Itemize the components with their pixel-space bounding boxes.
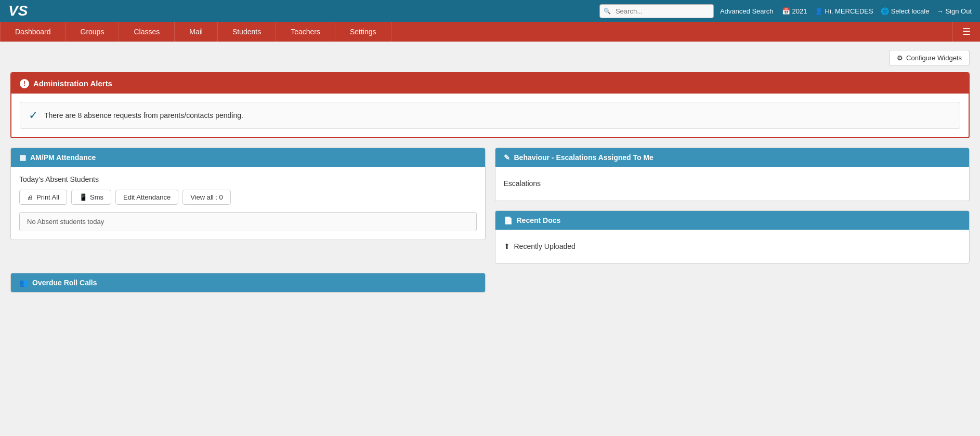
calendar-icon	[782, 7, 790, 15]
nav-students[interactable]: Students	[218, 22, 276, 42]
nav-dashboard[interactable]: Dashboard	[0, 22, 66, 42]
users-icon	[19, 279, 28, 287]
globe-icon	[881, 7, 889, 15]
recently-uploaded: Recently Uploaded	[504, 238, 961, 255]
advanced-search-link[interactable]: Advanced Search	[720, 7, 774, 15]
gear-icon	[897, 54, 903, 62]
overdue-widget: Overdue Roll Calls	[10, 273, 486, 293]
admin-alerts-body: ✓ There are 8 absence requests from pare…	[11, 94, 969, 137]
doc-icon	[504, 216, 513, 224]
nav-mail[interactable]: Mail	[175, 22, 218, 42]
nav-classes[interactable]: Classes	[119, 22, 175, 42]
recent-docs-body: Recently Uploaded	[495, 230, 970, 263]
recent-docs-header: Recent Docs	[495, 211, 970, 230]
page-content: Configure Widgets Administration Alerts …	[0, 42, 980, 301]
calendar-sm-icon	[19, 153, 26, 162]
pencil-icon	[504, 153, 510, 162]
print-all-button[interactable]: Print All	[19, 190, 67, 205]
user-info[interactable]: Hi, MERCEDES	[815, 7, 873, 15]
overdue-widget-container: Overdue Roll Calls	[10, 273, 486, 293]
search-input[interactable]	[599, 4, 714, 18]
user-icon	[815, 7, 823, 15]
alert-item: ✓ There are 8 absence requests from pare…	[20, 102, 960, 129]
right-column: Behaviour - Escalations Assigned To Me E…	[495, 148, 970, 263]
check-circle-icon: ✓	[29, 109, 38, 122]
no-absent-box: No Absent students today	[19, 212, 477, 231]
edit-attendance-button[interactable]: Edit Attendance	[115, 190, 178, 205]
behaviour-widget: Behaviour - Escalations Assigned To Me E…	[495, 148, 970, 201]
search-icon	[604, 7, 611, 15]
logo: VS	[8, 3, 28, 19]
nav-bar: Dashboard Groups Classes Mail Students T…	[0, 22, 980, 42]
overdue-widget-header: Overdue Roll Calls	[11, 273, 485, 292]
header-right: 2021 Hi, MERCEDES Select locale Sign Out	[782, 7, 972, 15]
behaviour-widget-header: Behaviour - Escalations Assigned To Me	[495, 148, 970, 167]
search-area: Advanced Search	[599, 4, 774, 18]
admin-alerts-widget: Administration Alerts ✓ There are 8 abse…	[10, 72, 970, 138]
attendance-widget-header: AM/PM Attendance	[11, 148, 485, 167]
attendance-widget: AM/PM Attendance Today's Absent Students…	[10, 148, 486, 240]
upload-icon	[504, 242, 510, 250]
widget-row-1: AM/PM Attendance Today's Absent Students…	[10, 148, 970, 263]
search-input-wrap	[599, 4, 714, 18]
today-absent-label: Today's Absent Students	[19, 175, 477, 183]
admin-alerts-header: Administration Alerts	[11, 73, 969, 94]
header-top: VS Advanced Search 2021 Hi, MERCEDES Sel…	[0, 0, 980, 22]
nav-settings[interactable]: Settings	[335, 22, 391, 42]
print-icon	[27, 193, 34, 201]
sms-button[interactable]: Sms	[71, 190, 111, 205]
nav-groups[interactable]: Groups	[66, 22, 120, 42]
signout-icon	[936, 7, 943, 15]
escalations-label: Escalations	[504, 175, 961, 192]
select-locale-button[interactable]: Select locale	[881, 7, 930, 15]
attendance-widget-container: AM/PM Attendance Today's Absent Students…	[10, 148, 486, 263]
attendance-buttons: Print All Sms Edit Attendance View all :…	[19, 190, 477, 205]
configure-widgets-button[interactable]: Configure Widgets	[889, 50, 970, 66]
attendance-widget-body: Today's Absent Students Print All Sms Ed…	[11, 167, 485, 240]
configure-widgets-bar: Configure Widgets	[10, 50, 970, 66]
sign-out-button[interactable]: Sign Out	[936, 7, 972, 15]
year-button[interactable]: 2021	[782, 7, 807, 15]
view-all-button[interactable]: View all : 0	[182, 190, 231, 205]
exclamation-icon	[20, 78, 29, 88]
hamburger-menu[interactable]: ☰	[952, 22, 980, 42]
recent-docs-widget: Recent Docs Recently Uploaded	[495, 210, 970, 263]
phone-icon	[79, 193, 87, 201]
nav-teachers[interactable]: Teachers	[276, 22, 335, 42]
behaviour-widget-body: Escalations	[495, 167, 970, 201]
alert-text: There are 8 absence requests from parent…	[44, 111, 243, 120]
